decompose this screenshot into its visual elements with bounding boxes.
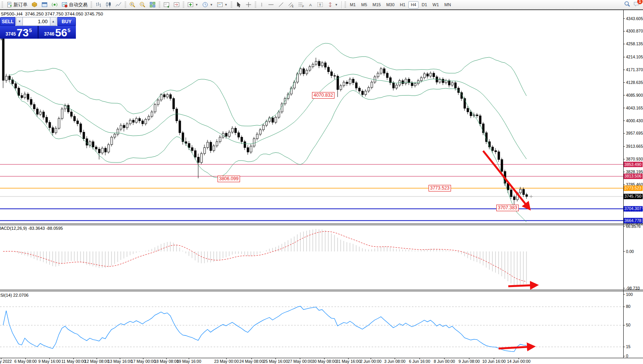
svg-text:F: F bbox=[302, 5, 304, 8]
time-tick: 24 May 08:00 bbox=[239, 359, 264, 364]
templates-button[interactable]: ▼ bbox=[215, 1, 229, 9]
svg-text:3664.778: 3664.778 bbox=[624, 218, 641, 223]
macd-tick: 0.00 bbox=[626, 249, 634, 254]
zoom-in-button[interactable] bbox=[128, 1, 137, 9]
chevron-down-icon[interactable]: ▼ bbox=[225, 3, 228, 7]
fibonacci-button[interactable]: F bbox=[297, 1, 306, 9]
rsi-tick: 50 bbox=[626, 323, 631, 327]
toolbar-grip bbox=[2, 2, 3, 8]
indicators-button[interactable]: ▼ bbox=[186, 1, 200, 9]
window-icon bbox=[41, 2, 48, 8]
vline-button[interactable] bbox=[258, 1, 266, 9]
svg-text:3773.523: 3773.523 bbox=[624, 186, 641, 190]
signal-icon bbox=[51, 2, 58, 8]
price-tick: 4085.900 bbox=[626, 93, 643, 97]
fibonacci-icon: F bbox=[298, 2, 304, 8]
sell-price-major: 3745 bbox=[5, 31, 16, 37]
trendline-icon bbox=[278, 2, 284, 8]
price-text-label[interactable]: 3707.383 bbox=[496, 205, 519, 211]
chevron-down-icon[interactable]: ▼ bbox=[195, 3, 198, 7]
rsi-tick: 100 bbox=[626, 292, 633, 297]
svg-text:3745.750: 3745.750 bbox=[624, 194, 641, 198]
market-box-button[interactable] bbox=[30, 1, 39, 9]
buy-price[interactable]: 3746 56 5 bbox=[39, 26, 76, 39]
svg-text:E: E bbox=[292, 5, 294, 8]
time-tick: 14 Jun 00:00 bbox=[507, 359, 531, 364]
timeframe-M5[interactable]: M5 bbox=[359, 1, 369, 9]
text-icon: A bbox=[308, 2, 313, 8]
price-text-label[interactable]: 3773.523 bbox=[429, 185, 451, 191]
cursor-icon bbox=[235, 2, 242, 8]
timeframe-W1[interactable]: W1 bbox=[430, 1, 441, 9]
search-icon[interactable] bbox=[624, 1, 631, 9]
periods-button[interactable]: ▼ bbox=[201, 1, 214, 9]
timeframe-H1[interactable]: H1 bbox=[398, 1, 408, 9]
price-text-label[interactable]: 3806.099 bbox=[218, 176, 240, 182]
channel-button[interactable]: E bbox=[286, 1, 296, 9]
autotrading-button[interactable]: 自动交易 bbox=[60, 1, 89, 9]
trendline-button[interactable] bbox=[276, 1, 286, 9]
chart-bars-button[interactable] bbox=[94, 1, 103, 9]
chart-line-icon bbox=[115, 2, 122, 8]
pane-separator[interactable] bbox=[0, 223, 643, 226]
zoom-out-icon bbox=[139, 2, 146, 8]
auto-scroll-icon bbox=[163, 2, 170, 8]
new-order-button[interactable]: 新订单 bbox=[5, 1, 29, 9]
chart-candles-button[interactable] bbox=[104, 1, 113, 9]
text-button[interactable]: A bbox=[307, 1, 315, 9]
rsi-tick: 80 bbox=[626, 304, 631, 309]
time-tick: 30 May 08:00 bbox=[312, 359, 337, 364]
zoom-out-button[interactable] bbox=[138, 1, 147, 9]
signal-button[interactable] bbox=[50, 1, 59, 9]
drawn-arrow[interactable] bbox=[508, 285, 536, 286]
pane-separator[interactable] bbox=[0, 289, 643, 292]
volume-input[interactable] bbox=[23, 17, 50, 26]
timeframe-D1[interactable]: D1 bbox=[419, 1, 429, 9]
crosshair-button[interactable] bbox=[244, 1, 253, 9]
arrows-icon bbox=[327, 2, 333, 8]
toolbar-grip bbox=[231, 2, 232, 8]
chevron-down-icon[interactable]: ▼ bbox=[210, 3, 213, 7]
price-tick: 3957.695 bbox=[626, 131, 643, 135]
toolbar-grip bbox=[345, 2, 346, 8]
symbol-period: SP500-,H4 bbox=[1, 12, 22, 16]
toolbar-grip bbox=[91, 2, 92, 8]
time-tick: 8 Jun 00:00 bbox=[434, 359, 455, 364]
chat-icon[interactable]: 1 bbox=[633, 1, 640, 9]
chart-shift-button[interactable] bbox=[172, 1, 181, 9]
timeframe-M30[interactable]: M30 bbox=[384, 1, 397, 9]
window-button[interactable] bbox=[40, 1, 49, 9]
new-order-icon bbox=[6, 2, 12, 8]
auto-scroll-button[interactable] bbox=[162, 1, 171, 9]
rsi-indicator-label: RSI(14) 22.0706 bbox=[0, 293, 29, 297]
price-text-label[interactable]: 4070.832 bbox=[312, 92, 334, 99]
price-tick: 4171.370 bbox=[626, 67, 643, 72]
timeframe-H4[interactable]: H4 bbox=[408, 1, 418, 9]
timeframe-MN[interactable]: MN bbox=[442, 1, 453, 9]
label-icon: T bbox=[317, 2, 323, 8]
hline-button[interactable] bbox=[266, 1, 276, 9]
periods-icon bbox=[202, 2, 208, 8]
arrows-button[interactable]: ▼ bbox=[326, 1, 340, 9]
price-chart[interactable]: 4343.6054300.8704258.1354214.1054171.370… bbox=[0, 0, 643, 364]
volume-decrease-button[interactable]: ▼ bbox=[16, 17, 23, 26]
cursor-button[interactable] bbox=[234, 1, 243, 9]
channel-icon: E bbox=[288, 2, 294, 8]
tile-windows-button[interactable] bbox=[148, 1, 157, 9]
chevron-down-icon[interactable]: ▼ bbox=[335, 3, 338, 7]
time-tick: 17 May 00:00 bbox=[131, 359, 156, 364]
ohlc-values: 3746.250 3747.750 3744.050 3745.750 bbox=[25, 12, 103, 16]
volume-increase-button[interactable]: ▲ bbox=[50, 17, 57, 26]
toolbar: 新订单自动交易▼▼▼EFAT▼M1M5M15M30H1H4D1W1MN1 bbox=[0, 0, 643, 10]
buy-price-point: 5 bbox=[68, 27, 70, 33]
timeframe-M1[interactable]: M1 bbox=[348, 1, 358, 9]
price-tick: 3913.665 bbox=[626, 144, 643, 149]
sell-price[interactable]: 3745 73 5 bbox=[0, 26, 38, 39]
timeframe-M15[interactable]: M15 bbox=[370, 1, 383, 9]
chart-line-button[interactable] bbox=[114, 1, 123, 9]
label-button[interactable]: T bbox=[315, 1, 325, 9]
svg-text:A: A bbox=[309, 3, 312, 7]
buy-button[interactable]: BUY bbox=[57, 17, 76, 26]
zoom-in-icon bbox=[129, 2, 135, 8]
sell-button[interactable]: SELL bbox=[0, 17, 15, 26]
